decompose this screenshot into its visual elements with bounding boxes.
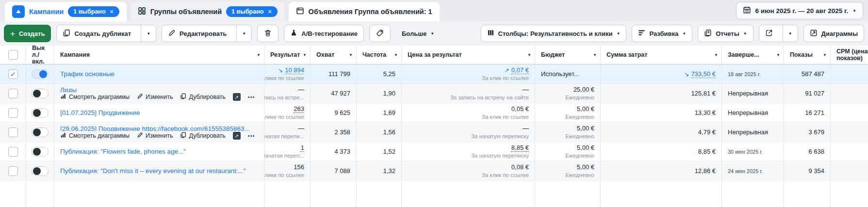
view-charts-action[interactable]: Смотреть диаграммы [60,93,130,101]
sort-caret-icon[interactable]: ▼ [349,53,353,57]
more-options-icon[interactable]: ••• [248,94,255,100]
budget-cell: 5,00 €Ежедневно [535,142,601,161]
amount-spent-cell: 125,81 € [601,84,722,103]
campaign-name-link[interactable]: Лиды [60,86,258,92]
export-button[interactable] [759,25,779,42]
row-checkbox[interactable]: ✓ [8,69,18,79]
view-charts-action[interactable]: Смотреть диаграммы [60,132,130,140]
result-value[interactable]: 1 [301,144,304,151]
header-reach[interactable]: Охват▼ [311,46,357,64]
header-result[interactable]: Результат▼ [264,46,311,64]
header-impressions[interactable]: Показы▼ [784,46,831,64]
campaign-cell: ЛидыСмотреть диаграммыИзменитьДублироват… [54,84,264,103]
sort-caret-icon[interactable]: ▼ [257,53,261,57]
reach-value: 4 373 [334,148,350,156]
breakdown-button[interactable]: Разбивка ▼ [632,25,692,42]
sort-caret-icon[interactable]: ▼ [394,53,398,57]
header-budget[interactable]: Бюджет▼ [535,46,601,64]
date-range-button[interactable]: 6 июн 2025 г. — 20 авг 2025 г. ▼ [736,2,863,19]
header-cost-per-result[interactable]: Цена за результат▼ [402,46,535,64]
edit-row-icon [137,132,143,140]
header-amount-spent[interactable]: Сумма затрат▼ [601,46,722,64]
header-campaign[interactable]: Кампания▼ [54,46,264,64]
tab-campaigns[interactable]: Кампании 1 выбрано ✕ [5,2,127,21]
impressions-value: 91 027 [805,90,824,97]
row-checkbox[interactable] [8,108,18,118]
delete-button[interactable] [257,25,278,42]
header-ends[interactable]: Заверше...▼ [722,46,784,64]
sort-caret-icon[interactable]: ▼ [303,53,307,57]
open-in-new-icon[interactable]: ↗ [233,132,241,140]
amount-spent-value[interactable]: 733,50 € [691,70,716,78]
tab-ads[interactable]: Объявления Группа объявлений: 1 [289,2,440,21]
campaign-name-link[interactable]: Публикация: "Don't miss it – every eveni… [60,167,258,175]
columns-button[interactable]: Столбцы: Результативность и клики ▼ [481,25,627,42]
campaign-active-toggle[interactable] [32,89,49,98]
duplicate-button[interactable]: Создать дубликат [57,25,137,42]
header-cpm[interactable]: CPM (цена зпоказов) [831,46,868,64]
sort-caret-icon[interactable]: ▼ [823,53,827,57]
campaign-name-link[interactable]: [29.06.2025] Продвижение https://faceboo… [60,125,258,131]
result-value[interactable]: 263 [294,105,304,112]
tag-button[interactable] [369,25,391,42]
campaigns-selected-badge[interactable]: 1 выбрано ✕ [68,6,119,17]
edit-row-action[interactable]: Изменить [137,132,173,140]
edit-dropdown[interactable]: ▼ [236,25,251,42]
edit-row-action[interactable]: Изменить [137,93,173,101]
sort-caret-icon[interactable]: ▼ [776,53,780,57]
campaign-active-toggle[interactable] [32,166,49,176]
cost-per-result-value[interactable]: 0,07 € [511,66,529,74]
row-checkbox[interactable] [8,89,18,98]
duplicate-row-action[interactable]: Дублировать [180,93,225,101]
row-checkbox[interactable] [8,166,18,176]
header-frequency[interactable]: Частота▼ [357,46,402,64]
campaign-active-toggle[interactable] [32,69,49,79]
more-options-icon[interactable]: ••• [248,133,255,139]
date-range-label: 6 июн 2025 г. — 20 авг 2025 г. [755,7,849,15]
row-checkbox[interactable] [8,127,18,137]
create-button[interactable]: + Создать [4,25,51,42]
ab-test-button[interactable]: A/B-тестирование [284,25,364,42]
cost-per-result-cell: —За запись на встречу на сайте [402,84,535,103]
campaign-active-toggle[interactable] [32,108,49,118]
campaign-name-link[interactable]: Трафик основные [60,70,258,78]
campaign-active-toggle[interactable] [32,127,49,137]
cost-per-result-value[interactable]: 8,85 € [511,144,529,151]
open-in-new-icon[interactable]: ↗ [233,93,241,101]
impressions-value: 9 354 [808,167,824,175]
ads-icon [296,7,304,17]
more-button[interactable]: Больше ▼ [396,25,440,42]
ends-cell: 18 авг 2025 г. [722,64,784,83]
campaign-active-toggle[interactable] [32,147,49,157]
tab-adsets[interactable]: Группы объявлений 1 выбрано ✕ [131,2,285,21]
row-checkbox[interactable] [8,147,18,157]
duplicate-row-label: Дублировать [189,132,225,139]
budget-value: 25,00 € [573,86,594,93]
budget-metric-label: Ежедневно [565,152,594,159]
frequency-value: 1,32 [383,167,395,175]
sort-caret-icon[interactable]: ▼ [527,53,531,57]
sort-caret-icon[interactable]: ▼ [714,53,718,57]
edit-button[interactable]: Редактировать [162,25,232,42]
duplicate-dropdown[interactable]: ▼ [141,25,156,42]
charts-button[interactable]: Диаграммы [803,25,864,42]
select-all-checkbox[interactable] [8,50,18,60]
clear-selection-icon[interactable]: ✕ [110,9,114,15]
reports-button[interactable]: Отчеты ▼ [698,25,753,42]
adsets-selected-badge[interactable]: 1 выбрано ✕ [226,6,278,17]
campaign-name-link[interactable]: Публикация: "Flowers fade, phones age...… [60,147,258,156]
export-dropdown[interactable]: ▼ [783,25,798,42]
trash-icon [264,29,272,38]
row-select-cell [0,161,26,180]
clear-selection-icon[interactable]: ✕ [267,9,272,15]
header-select-all[interactable] [0,46,26,64]
sort-caret-icon[interactable]: ▼ [593,53,597,57]
frequency-value: 1,69 [383,109,395,117]
duplicate-row-action[interactable]: Дублировать [180,132,225,140]
cost-per-result-metric-label: За клик по ссылке [482,75,529,81]
duplicate-row-label: Дублировать [189,94,225,100]
campaign-name-link[interactable]: [01.07.2025] Продвижение [60,109,258,117]
row-select-cell [0,123,26,142]
row-select-cell [0,103,26,122]
result-value[interactable]: 10 894 [285,66,304,74]
